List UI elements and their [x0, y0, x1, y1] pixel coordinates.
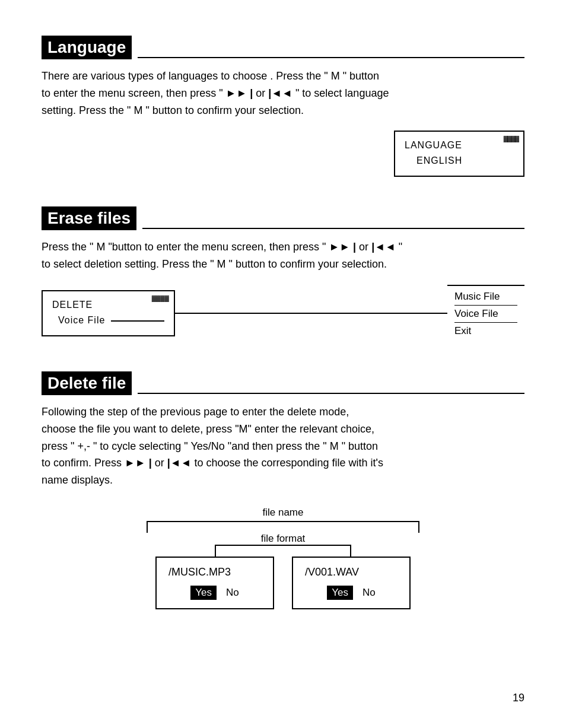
language-divider [138, 57, 524, 58]
file-screens-row: /MUSIC.MP3 Yes No /V001.WAV Yes No [155, 557, 411, 609]
voice-connector-line [111, 320, 164, 322]
language-para-3: |◄◄ " to select language [268, 87, 389, 99]
erase-para-3: to select deletion setting. Press the " … [42, 258, 387, 270]
delete-title-row: Delete file [42, 371, 524, 398]
erase-menu-popup: Music File Voice File Exit [447, 285, 524, 342]
language-lcd: ▓▓▓▓ LANGUAGE ENGLISH [394, 131, 524, 177]
language-para-4: setting. Press the " M " button to confi… [42, 104, 304, 116]
voice-file-path: /V001.WAV [305, 566, 398, 578]
menu-item-music: Music File [454, 288, 517, 306]
voice-no: No [363, 587, 376, 599]
erase-diagram: ▓▓▓▓ DELETE Voice File Music File Voice … [42, 285, 524, 342]
music-no: No [226, 587, 239, 599]
delete-paragraph: Following the step of the previous page … [42, 403, 524, 489]
erase-para-1: Press the " M "button to enter the menu … [42, 241, 356, 253]
erase-divider [142, 228, 524, 229]
voice-yes: Yes [327, 586, 353, 600]
delete-battery-icon: ▓▓▓▓ [152, 295, 169, 301]
file-name-bracket [147, 521, 419, 533]
language-para-2: to enter the menu screen, then press " ►… [42, 87, 253, 99]
erase-title-row: Erase files [42, 206, 524, 233]
delete-heading: Delete file [42, 371, 132, 395]
language-heading: Language [42, 36, 132, 59]
erase-para-2: |◄◄ " [371, 241, 402, 253]
delete-section: Delete file Following the step of the pr… [42, 371, 524, 609]
voice-yn-row: Yes No [305, 586, 398, 600]
menu-item-exit: Exit [454, 323, 517, 339]
erase-connector [175, 313, 447, 314]
language-lcd-line1: LANGUAGE [405, 140, 514, 151]
menu-item-voice: Voice File [454, 306, 517, 323]
erase-para-or: or [359, 241, 371, 253]
delete-lcd-line1: DELETE [52, 300, 164, 310]
file-format-label: file format [261, 533, 306, 545]
file-format-label-row: file format [147, 533, 419, 545]
language-section: Language There are various types of lang… [42, 36, 524, 177]
erase-section: Erase files Press the " M "button to ent… [42, 206, 524, 342]
music-file-path: /MUSIC.MP3 [168, 566, 261, 578]
delete-divider [138, 393, 524, 394]
delete-lcd-line2: Voice File [58, 315, 164, 326]
language-screen-container: ▓▓▓▓ LANGUAGE ENGLISH [42, 131, 524, 177]
battery-icon: ▓▓▓▓ [504, 135, 519, 142]
voice-file-screen: /V001.WAV Yes No [292, 557, 411, 609]
delete-file-diagram: file name file format /MUSIC.MP3 Yes No [42, 507, 524, 609]
file-name-label: file name [263, 507, 304, 519]
file-format-bracket [215, 545, 351, 557]
language-para-or: or [256, 87, 268, 99]
language-paragraph: There are various types of languages to … [42, 68, 524, 119]
delete-lcd: ▓▓▓▓ DELETE Voice File [42, 290, 175, 336]
page-number: 19 [513, 692, 524, 704]
music-yn-row: Yes No [168, 586, 261, 600]
language-lcd-line2: ENGLISH [416, 155, 514, 166]
erase-paragraph: Press the " M "button to enter the menu … [42, 239, 524, 273]
music-yes: Yes [190, 586, 217, 600]
language-para-1: There are various types of languages to … [42, 70, 379, 82]
erase-heading: Erase files [42, 206, 136, 230]
language-title-row: Language [42, 36, 524, 62]
music-file-screen: /MUSIC.MP3 Yes No [155, 557, 274, 609]
file-name-label-row: file name [147, 507, 419, 520]
